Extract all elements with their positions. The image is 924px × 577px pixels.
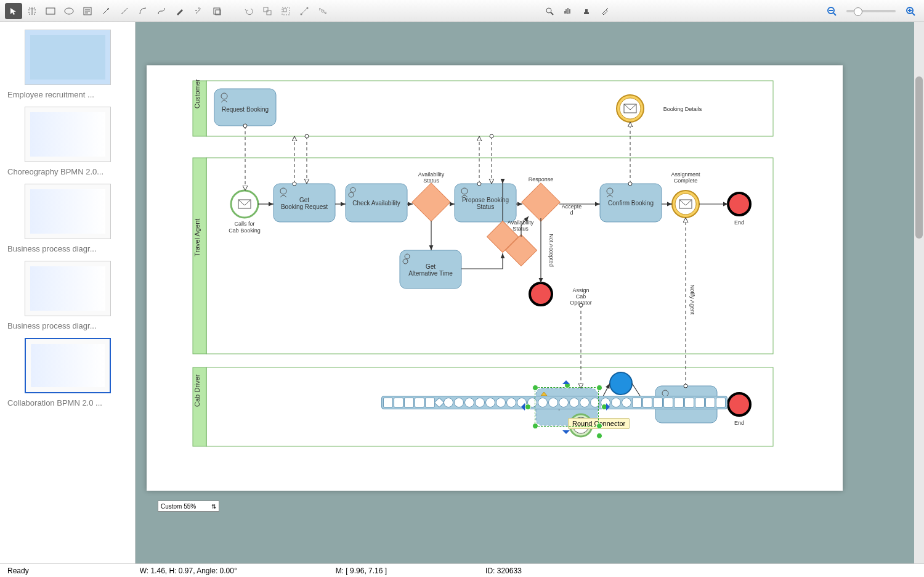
svg-rect-22	[584, 12, 589, 14]
arc-tool[interactable]	[153, 3, 170, 19]
scrollbar-vertical[interactable]	[914, 22, 924, 563]
gateway-2[interactable]	[522, 183, 560, 221]
palette-shape[interactable]	[632, 398, 642, 407]
svg-line-21	[551, 12, 553, 15]
palette-shape[interactable]	[404, 398, 414, 407]
resize-handle[interactable]	[596, 433, 602, 439]
rotate-tool[interactable]	[314, 3, 331, 19]
palette-shape[interactable]	[695, 398, 705, 407]
group-tool[interactable]	[277, 3, 294, 19]
zoom-tool[interactable]	[541, 3, 558, 19]
round-connector[interactable]	[610, 372, 632, 395]
lane-cab-driver: Cab Driver	[193, 374, 201, 407]
pointer-tool[interactable]	[5, 3, 22, 19]
ungroup-tool[interactable]	[259, 3, 276, 19]
palette-shape[interactable]	[415, 398, 424, 407]
zoom-out-button[interactable]	[823, 3, 840, 19]
svg-text:AvailabilityStatus: AvailabilityStatus	[418, 171, 445, 184]
palette-shape[interactable]	[425, 398, 435, 407]
stamp-tool[interactable]	[578, 3, 595, 19]
svg-text:Accepted: Accepted	[562, 203, 582, 216]
palette-shape[interactable]	[444, 398, 453, 407]
palette-shape[interactable]	[394, 398, 403, 407]
direction-handle[interactable]	[562, 430, 570, 438]
pan-tool[interactable]	[559, 3, 577, 19]
palette-shape[interactable]	[485, 398, 495, 407]
direction-handle[interactable]	[517, 403, 525, 411]
resize-handle[interactable]	[596, 423, 602, 429]
zoom-combo[interactable]: Custom 55%⇅	[158, 501, 219, 512]
diagram-canvas[interactable]: Customer Request Booking Booking Details…	[147, 65, 843, 491]
flip-tool[interactable]	[296, 3, 313, 19]
page-thumb[interactable]	[25, 261, 111, 316]
svg-text:AssignCabOperator: AssignCabOperator	[570, 287, 592, 306]
svg-text:AssignmentComplete: AssignmentComplete	[671, 171, 700, 184]
status-dimensions: W: 1.46, H: 0.97, Angle: 0.00°	[140, 567, 237, 575]
line-tool[interactable]	[116, 3, 133, 19]
page-thumb[interactable]	[25, 184, 111, 239]
svg-line-30	[912, 13, 915, 15]
resize-handle[interactable]	[532, 423, 538, 429]
svg-text:Booking Details: Booking Details	[663, 106, 702, 112]
ellipse-tool[interactable]	[60, 3, 78, 19]
direction-handle[interactable]	[562, 377, 570, 384]
canvas-area[interactable]: Customer Request Booking Booking Details…	[136, 22, 924, 563]
page-thumb[interactable]	[25, 107, 111, 162]
svg-text:End: End	[734, 219, 744, 226]
svg-rect-23	[585, 9, 588, 12]
svg-text:Confirm Booking: Confirm Booking	[608, 200, 654, 207]
palette-shape[interactable]	[622, 398, 631, 407]
palette-shape[interactable]	[653, 398, 663, 407]
textbox-tool[interactable]	[79, 3, 96, 19]
text-select-tool[interactable]: T	[23, 3, 41, 19]
zoom-in-button[interactable]	[902, 3, 919, 19]
wand-tool[interactable]	[190, 3, 207, 19]
palette-shape[interactable]	[663, 398, 673, 407]
svg-line-26	[833, 13, 836, 15]
palette-shape[interactable]	[383, 398, 393, 407]
page-thumb[interactable]	[25, 30, 111, 85]
svg-line-9	[121, 8, 128, 14]
end-event-2[interactable]	[728, 393, 750, 415]
svg-point-20	[546, 8, 551, 13]
selection-box	[535, 387, 599, 427]
status-ready: Ready	[7, 567, 29, 575]
crop-tool[interactable]	[208, 3, 225, 19]
svg-rect-2	[46, 8, 55, 14]
svg-text:Notify Agent: Notify Agent	[689, 285, 695, 315]
rect-tool[interactable]	[42, 3, 59, 19]
resize-handle[interactable]	[532, 385, 538, 391]
svg-text:Check Availability: Check Availability	[352, 200, 400, 207]
undo-tool[interactable]	[240, 3, 257, 19]
palette-shape[interactable]	[506, 398, 516, 407]
palette-shape[interactable]	[674, 398, 684, 407]
pencil-tool[interactable]	[171, 3, 188, 19]
eyedropper-tool[interactable]	[596, 3, 614, 19]
direction-handle[interactable]	[606, 403, 614, 411]
palette-shape[interactable]	[684, 398, 694, 407]
lane-travel-agent: Travel Agent	[193, 219, 201, 256]
status-bar: Ready W: 1.46, H: 0.97, Angle: 0.00° M: …	[0, 563, 924, 577]
page-thumb-selected[interactable]	[25, 338, 111, 393]
palette-shape[interactable]	[642, 398, 652, 407]
thumb-label: Employee recruitment ...	[7, 90, 128, 99]
palette-shape[interactable]	[496, 398, 506, 407]
palette-shape[interactable]	[464, 398, 474, 407]
resize-handle[interactable]	[525, 404, 531, 410]
resize-handle[interactable]	[596, 385, 602, 391]
palette-shape[interactable]	[705, 398, 715, 407]
zoom-slider[interactable]	[846, 10, 896, 12]
gateway-1[interactable]	[412, 183, 450, 221]
svg-text:T: T	[30, 8, 34, 15]
palette-shape[interactable]	[454, 398, 464, 407]
palette-shape[interactable]	[475, 398, 485, 407]
palette-shape[interactable]	[716, 398, 726, 407]
palette-shape[interactable]	[434, 398, 445, 408]
connector-tool[interactable]	[97, 3, 115, 19]
svg-point-18	[307, 7, 309, 9]
end-event-stop[interactable]	[530, 283, 552, 305]
end-event-1[interactable]	[728, 193, 750, 215]
svg-point-19	[322, 10, 324, 12]
lane-customer: Customer	[193, 79, 201, 108]
curve-tool[interactable]	[134, 3, 152, 19]
